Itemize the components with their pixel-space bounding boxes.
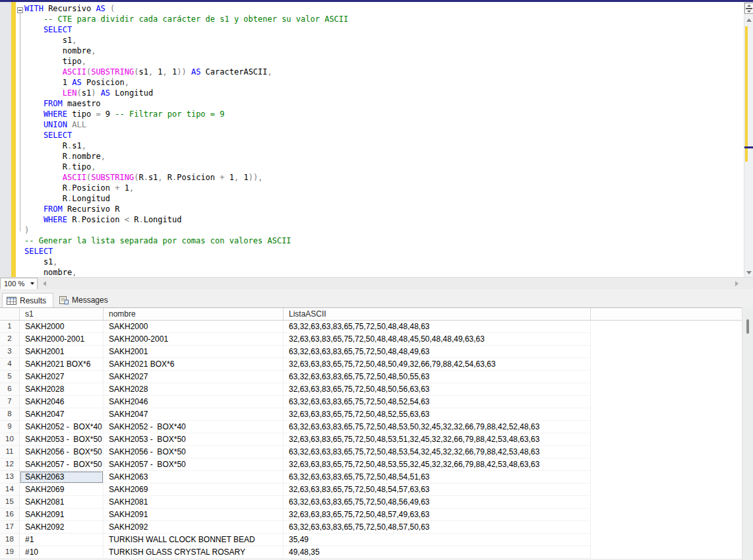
code-line[interactable]: SELECT xyxy=(24,24,744,35)
editor-splitter-handle-icon[interactable] xyxy=(744,3,753,14)
cell-s1[interactable]: SAKH2092 xyxy=(20,521,104,534)
code-line[interactable]: ASCII(SUBSTRING(R.s1, R.Posicion + 1, 1)… xyxy=(24,172,744,183)
cell-listaascii[interactable]: 32,63,63,83,65,75,72,50,48,50,56,63,63 xyxy=(284,383,591,396)
editor-scroll-down-icon[interactable] xyxy=(744,268,753,277)
cell-listaascii[interactable]: 63,32,63,63,83,65,75,72,50,48,50,55,63 xyxy=(284,371,591,383)
editor-scroll-up-icon[interactable] xyxy=(744,15,753,24)
cell-nombre[interactable]: SAKH2047 xyxy=(104,408,284,421)
code-line[interactable]: ) xyxy=(24,225,744,235)
tab-results[interactable]: Results xyxy=(2,293,53,307)
code-line[interactable]: ASCII(SUBSTRING(s1, 1, 1)) AS CaracterAS… xyxy=(24,67,744,77)
cell-listaascii[interactable]: 63,32,63,63,83,65,75,72,50,48,56,49,63 xyxy=(284,496,591,509)
row-number[interactable]: 8 xyxy=(0,408,20,421)
cell-nombre[interactable]: SAKH2028 xyxy=(104,383,284,396)
code-line[interactable]: WHERE R.Posicion < R.Longitud xyxy=(24,214,744,225)
row-number[interactable]: 13 xyxy=(0,471,20,483)
cell-nombre[interactable]: SAKH2092 xyxy=(104,521,284,534)
row-number[interactable]: 3 xyxy=(0,346,20,358)
code-line[interactable]: -- CTE para dividir cada carácter de s1 … xyxy=(24,14,744,24)
row-number[interactable]: 6 xyxy=(0,383,20,396)
code-line[interactable]: 1 AS Posicion, xyxy=(24,77,744,88)
row-number[interactable]: 18 xyxy=(0,534,20,546)
cell-nombre[interactable]: SAKH2000-2001 xyxy=(104,333,284,346)
cell-s1[interactable]: SAKH2052 - BOX*40 xyxy=(20,421,104,433)
code-line[interactable]: -- Generar la lista separada por comas c… xyxy=(24,235,744,246)
cell-s1[interactable]: SAKH2053 - BOX*50 xyxy=(20,433,104,446)
cell-nombre[interactable]: SAKH2001 xyxy=(104,346,284,358)
cell-listaascii[interactable]: 32,63,63,83,65,75,72,50,48,54,57,63,63 xyxy=(284,483,591,496)
cell-s1[interactable]: SAKH2001 xyxy=(20,346,104,358)
cell-listaascii[interactable]: 32,63,63,83,65,75,72,50,48,57,49,63,63 xyxy=(284,509,591,521)
cell-listaascii[interactable]: 32,63,63,83,65,75,72,50,48,53,55,32,45,3… xyxy=(284,458,591,471)
cell-nombre[interactable]: SAKH2046 xyxy=(104,396,284,408)
grid-vertical-scrollbar[interactable] xyxy=(742,307,753,560)
cell-s1[interactable]: #10 xyxy=(20,546,104,559)
code-line[interactable]: nombre, xyxy=(24,267,744,277)
code-line[interactable]: s1, xyxy=(24,35,744,46)
cell-listaascii[interactable]: 63,32,63,63,83,65,75,72,50,48,53,54,32,4… xyxy=(284,446,591,458)
cell-listaascii[interactable]: 63,32,63,63,83,65,75,72,50,48,54,51,63 xyxy=(284,471,591,483)
code-line[interactable]: nombre, xyxy=(24,46,744,56)
cell-nombre[interactable]: SAKH2063 xyxy=(104,471,284,483)
row-number[interactable]: 11 xyxy=(0,446,20,458)
cell-s1[interactable]: #1 xyxy=(20,534,104,546)
cell-s1[interactable]: SAKH2000 xyxy=(20,321,104,333)
row-number[interactable]: 4 xyxy=(0,358,20,371)
cell-nombre[interactable]: SAKH2053 - BOX*50 xyxy=(104,433,284,446)
cell-nombre[interactable]: SAKH2091 xyxy=(104,509,284,521)
code-line[interactable]: FROM maestro xyxy=(24,98,744,109)
cell-s1[interactable]: SAKH2081 xyxy=(20,496,104,509)
code-line[interactable]: WITH Recursivo AS ( xyxy=(24,3,744,14)
editor-zoom-select[interactable]: 100 % xyxy=(0,278,38,290)
cell-nombre[interactable]: SAKH2069 xyxy=(104,483,284,496)
tab-messages[interactable]: Messages xyxy=(55,293,115,307)
cell-listaascii[interactable]: 32,63,63,83,65,75,72,50,48,53,51,32,45,3… xyxy=(284,433,591,446)
code-line[interactable]: WHERE tipo = 9 -- Filtrar por tipo = 9 xyxy=(24,109,744,119)
cell-s1[interactable]: SAKH2000-2001 xyxy=(20,333,104,346)
code-line[interactable]: R.tipo, xyxy=(24,162,744,172)
editor-scroll-right-icon[interactable] xyxy=(732,279,741,288)
row-number[interactable]: 12 xyxy=(0,458,20,471)
cell-s1[interactable]: SAKH2069 xyxy=(20,483,104,496)
row-number[interactable]: 15 xyxy=(0,496,20,509)
cell-s1[interactable]: SAKH2027 xyxy=(20,371,104,383)
code-line[interactable]: FROM Recursivo R xyxy=(24,204,744,214)
cell-listaascii[interactable]: 63,32,63,63,83,65,75,72,50,48,52,54,63 xyxy=(284,396,591,408)
code-line[interactable]: LEN(s1) AS Longitud xyxy=(24,88,744,98)
cell-s1[interactable]: SAKH2057 - BOX*50 xyxy=(20,458,104,471)
editor-scroll-left-icon[interactable] xyxy=(40,279,49,288)
cell-nombre[interactable]: TURKISH GLASS CRYSTAL ROSARY xyxy=(104,546,284,559)
row-number[interactable]: 9 xyxy=(0,421,20,433)
cell-listaascii[interactable]: 32,63,63,83,65,75,72,50,48,52,55,63,63 xyxy=(284,408,591,421)
code-line[interactable]: R.nombre, xyxy=(24,151,744,162)
cell-s1[interactable]: SAKH2091 xyxy=(20,509,104,521)
cell-nombre[interactable]: SAKH2081 xyxy=(104,496,284,509)
cell-listaascii[interactable]: 63,32,63,63,83,65,75,72,50,48,48,48,63 xyxy=(284,321,591,333)
row-number[interactable]: 2 xyxy=(0,333,20,346)
cell-nombre[interactable]: SAKH2027 xyxy=(104,371,284,383)
code-line[interactable]: s1, xyxy=(24,257,744,267)
row-number[interactable]: 14 xyxy=(0,483,20,496)
code-line[interactable]: UNION ALL xyxy=(24,119,744,130)
cell-nombre[interactable]: SAKH2056 - BOX*50 xyxy=(104,446,284,458)
code-line[interactable]: SELECT xyxy=(24,130,744,140)
code-line[interactable]: R.Posicion + 1, xyxy=(24,183,744,193)
row-number[interactable]: 17 xyxy=(0,521,20,534)
cell-s1[interactable]: SAKH2046 xyxy=(20,396,104,408)
cell-s1[interactable]: SAKH2028 xyxy=(20,383,104,396)
row-number[interactable]: 16 xyxy=(0,509,20,521)
row-number[interactable]: 5 xyxy=(0,371,20,383)
column-header-s1[interactable]: s1 xyxy=(20,308,104,321)
row-number[interactable]: 10 xyxy=(0,433,20,446)
code-line[interactable]: SELECT xyxy=(24,246,744,257)
editor-vertical-scrollbar[interactable] xyxy=(744,2,753,277)
code-line[interactable]: tipo, xyxy=(24,56,744,67)
cell-listaascii[interactable]: 32,63,63,83,65,75,72,50,48,48,48,45,50,4… xyxy=(284,333,591,346)
cell-nombre[interactable]: SAKH2021 BOX*6 xyxy=(104,358,284,371)
cell-listaascii[interactable]: 49,48,35 xyxy=(284,546,591,559)
cell-s1[interactable]: SAKH2063 xyxy=(20,471,104,483)
cell-s1[interactable]: SAKH2021 BOX*6 xyxy=(20,358,104,371)
cell-listaascii[interactable]: 63,32,63,63,83,65,75,72,50,48,57,50,63 xyxy=(284,521,591,534)
cell-listaascii[interactable]: 32,63,63,83,65,75,72,50,48,50,49,32,66,7… xyxy=(284,358,591,371)
row-number-header[interactable] xyxy=(0,308,20,321)
